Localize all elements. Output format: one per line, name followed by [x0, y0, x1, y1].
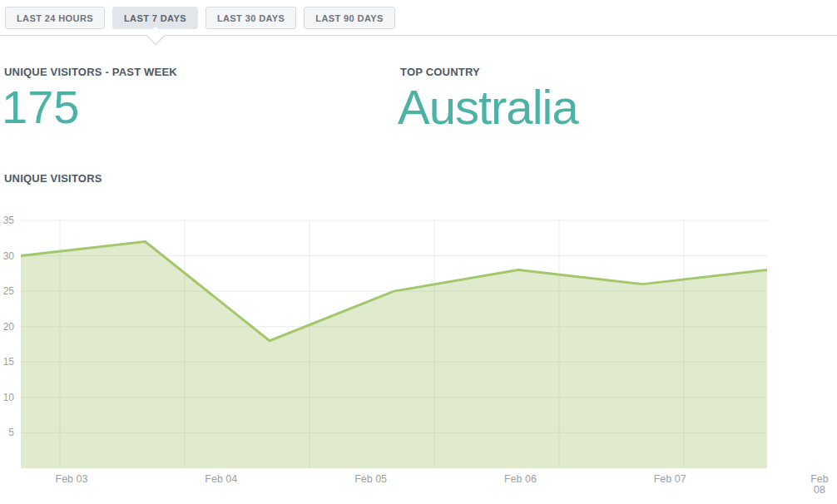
x-axis-tick-label: Feb 04	[196, 474, 246, 485]
tab-last-30-days[interactable]: LAST 30 DAYS	[206, 7, 296, 29]
y-axis-tick-label: 25	[0, 285, 14, 297]
x-axis-tick-label: Feb 08	[807, 474, 832, 496]
y-axis-tick-label: 30	[0, 250, 14, 262]
x-axis-tick-label: Feb 06	[495, 474, 545, 485]
analytics-dashboard: LAST 24 HOURS LAST 7 DAYS LAST 30 DAYS L…	[0, 0, 837, 504]
y-axis-tick-label: 15	[0, 356, 14, 368]
selected-tab-caret-icon	[146, 27, 165, 46]
y-axis-tick-label: 20	[0, 321, 14, 333]
stat-value-top-country: Australia	[398, 83, 578, 131]
stat-label-top-country: TOP COUNTRY	[400, 66, 480, 78]
tab-last-90-days[interactable]: LAST 90 DAYS	[304, 7, 394, 29]
y-axis-tick-label: 35	[0, 215, 14, 226]
tab-last-24-hours[interactable]: LAST 24 HOURS	[5, 7, 105, 29]
x-axis-tick-label: Feb 07	[645, 474, 695, 485]
chart-canvas	[0, 212, 837, 478]
y-axis-tick-label: 5	[0, 427, 14, 438]
stat-label-unique-visitors: UNIQUE VISITORS - PAST WEEK	[4, 66, 177, 78]
x-axis-tick-label: Feb 05	[346, 474, 396, 485]
y-axis-tick-label: 10	[0, 392, 14, 403]
area-fill	[21, 242, 767, 468]
stat-value-unique-visitors: 175	[2, 84, 79, 131]
time-range-tabbar: LAST 24 HOURS LAST 7 DAYS LAST 30 DAYS L…	[5, 7, 395, 29]
unique-visitors-area-chart: 3530252015105Feb 03Feb 04Feb 05Feb 06Feb…	[0, 212, 837, 503]
tabbar-divider	[0, 35, 837, 36]
x-axis-tick-label: Feb 03	[47, 474, 97, 485]
chart-title: UNIQUE VISITORS	[4, 172, 102, 185]
